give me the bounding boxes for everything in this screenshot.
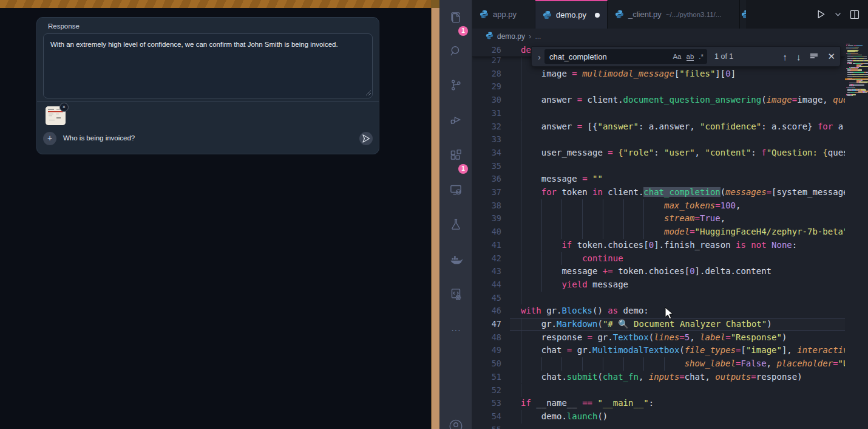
code-line-55[interactable]: 55	[472, 424, 845, 429]
code-token: question	[833, 95, 845, 105]
code-line-51[interactable]: 51chat.submit(chat_fn, inputs=chat, outp…	[472, 371, 845, 384]
tab-demo-py[interactable]: demo.py	[535, 0, 608, 29]
line-number[interactable]: 50	[472, 357, 501, 371]
more-icon[interactable]: ···	[439, 318, 472, 349]
line-number[interactable]: 54	[472, 410, 501, 424]
code-line-30[interactable]: 30answer = client.document_question_answ…	[472, 94, 845, 107]
line-number[interactable]: 53	[472, 397, 501, 410]
line-number[interactable]: 42	[472, 252, 501, 266]
split-editor-button[interactable]	[850, 10, 860, 19]
code-line-43[interactable]: 43message += token.choices[0].delta.cont…	[472, 265, 845, 278]
explorer-files-icon[interactable]: 1	[439, 7, 472, 37]
code-line-54[interactable]: 54demo.launch()	[472, 410, 845, 424]
minimap[interactable]	[845, 44, 868, 429]
window-divider[interactable]	[431, 0, 439, 429]
code-line-39[interactable]: 39stream=True,	[472, 212, 845, 225]
search-icon[interactable]	[439, 41, 472, 71]
line-number[interactable]: 28	[472, 67, 501, 81]
line-number[interactable]: 51	[472, 371, 501, 384]
code-line-47[interactable]: 47gr.Markdown("# 🔍 Document Analyzer Cha…	[472, 318, 845, 331]
line-number[interactable]: 33	[472, 133, 501, 146]
next-match-button[interactable]: ↓	[796, 52, 801, 62]
extensions-icon[interactable]: 1	[439, 145, 472, 175]
line-number[interactable]: 55	[472, 424, 501, 429]
code-line-50[interactable]: 50show_label=False, placeholder="Upload …	[472, 357, 845, 371]
close-find-button[interactable]: ✕	[827, 51, 835, 62]
response-textarea[interactable]: With an extremely high level of confiden…	[43, 33, 373, 98]
line-number[interactable]: 48	[472, 331, 501, 345]
code-line-37[interactable]: 37for token in client.chat_completion(me…	[472, 186, 845, 199]
line-number[interactable]: 26	[472, 44, 501, 57]
whole-word-toggle[interactable]: ab	[687, 53, 694, 61]
tab-app-py[interactable]: app.py	[472, 0, 535, 29]
source-control-icon[interactable]	[439, 75, 472, 105]
line-number[interactable]: 34	[472, 146, 501, 160]
toggle-replace-chevron-icon[interactable]: ›	[534, 52, 544, 62]
line-number[interactable]: 31	[472, 107, 501, 120]
code-line-46[interactable]: 46with gr.Blocks() as demo:	[472, 304, 845, 318]
run-debug-icon[interactable]	[439, 109, 472, 140]
resize-grip-icon[interactable]	[365, 90, 371, 96]
code-line-52[interactable]: 52	[472, 384, 845, 397]
code-line-29[interactable]: 29	[472, 80, 845, 94]
code-line-44[interactable]: 44yield message	[472, 278, 845, 292]
code-text: for token in client.chat_completion(mess…	[541, 186, 845, 199]
docker-icon[interactable]	[439, 249, 472, 280]
code-line-45[interactable]: 45	[472, 292, 845, 305]
match-case-toggle[interactable]: Aa	[673, 53, 681, 60]
remove-attachment-button[interactable]: ×	[59, 103, 69, 112]
code-line-42[interactable]: 42continue	[472, 252, 845, 266]
line-number[interactable]: 43	[472, 265, 501, 278]
code-line-53[interactable]: 53if __name__ == "__main__":	[472, 397, 845, 410]
tab--client-py[interactable]: _client.py~/.../python3.11/...	[608, 0, 740, 29]
line-number[interactable]: 36	[472, 173, 501, 186]
line-number[interactable]: 45	[472, 292, 501, 305]
code-line-28[interactable]: 28image = multimodal_message["files"][0]	[472, 67, 845, 81]
previous-match-button[interactable]: ↑	[782, 52, 787, 62]
line-number[interactable]: 35	[472, 160, 501, 173]
code-editor[interactable]: 27question = multimodal_message["text"]2…	[472, 44, 845, 429]
breadcrumb[interactable]: demo.py › ...	[472, 29, 845, 44]
indent-guide	[521, 252, 521, 266]
breadcrumb-more[interactable]: ...	[535, 32, 541, 41]
code-snippets-icon[interactable]	[439, 284, 472, 314]
code-line-33[interactable]: 33	[472, 133, 845, 146]
line-number[interactable]: 38	[472, 199, 501, 213]
line-number[interactable]: 52	[472, 384, 501, 397]
code-line-48[interactable]: 48response = gr.Textbox(lines=5, label="…	[472, 331, 845, 345]
partial-tab[interactable]	[740, 0, 746, 29]
code-line-36[interactable]: 36message = ""	[472, 173, 845, 186]
line-number[interactable]: 39	[472, 212, 501, 225]
run-dropdown-chevron-icon[interactable]	[835, 11, 841, 18]
line-number[interactable]: 40	[472, 225, 501, 239]
code-line-35[interactable]: 35	[472, 160, 845, 173]
line-number[interactable]: 30	[472, 94, 501, 107]
add-file-button[interactable]: +	[43, 132, 56, 145]
send-button[interactable]	[359, 132, 373, 145]
line-number[interactable]: 47	[472, 318, 501, 331]
line-number[interactable]: 29	[472, 80, 501, 94]
account-icon[interactable]	[439, 414, 472, 429]
code-line-34[interactable]: 34user_message = {"role": "user", "conte…	[472, 146, 845, 160]
code-line-49[interactable]: 49chat = gr.MultimodalTextbox(file_types…	[472, 344, 845, 357]
code-line-40[interactable]: 40model="HuggingFaceH4/zephyr-7b-beta"):	[472, 225, 845, 239]
line-number[interactable]: 49	[472, 344, 501, 357]
modified-dot-icon[interactable]	[595, 13, 600, 18]
code-line-41[interactable]: 41if token.choices[0].finish_reason is n…	[472, 239, 845, 252]
code-line-38[interactable]: 38max_tokens=100,	[472, 199, 845, 213]
breadcrumb-file[interactable]: demo.py	[497, 32, 525, 41]
line-number[interactable]: 46	[472, 304, 501, 318]
run-python-button[interactable]	[816, 9, 826, 19]
remote-explorer-icon[interactable]	[439, 179, 472, 210]
line-number[interactable]: 32	[472, 120, 501, 134]
code-line-31[interactable]: 31	[472, 107, 845, 120]
find-in-selection-button[interactable]	[810, 52, 818, 62]
chat-input-text[interactable]: Who is being invoiced?	[63, 134, 135, 142]
testing-icon[interactable]	[439, 214, 472, 244]
find-input[interactable]	[548, 52, 668, 62]
line-number[interactable]: 41	[472, 239, 501, 252]
line-number[interactable]: 44	[472, 278, 501, 292]
code-line-32[interactable]: 32answer = [{"answer": a.answer, "confid…	[472, 120, 845, 134]
line-number[interactable]: 37	[472, 186, 501, 199]
regex-toggle[interactable]: .*	[699, 53, 704, 60]
